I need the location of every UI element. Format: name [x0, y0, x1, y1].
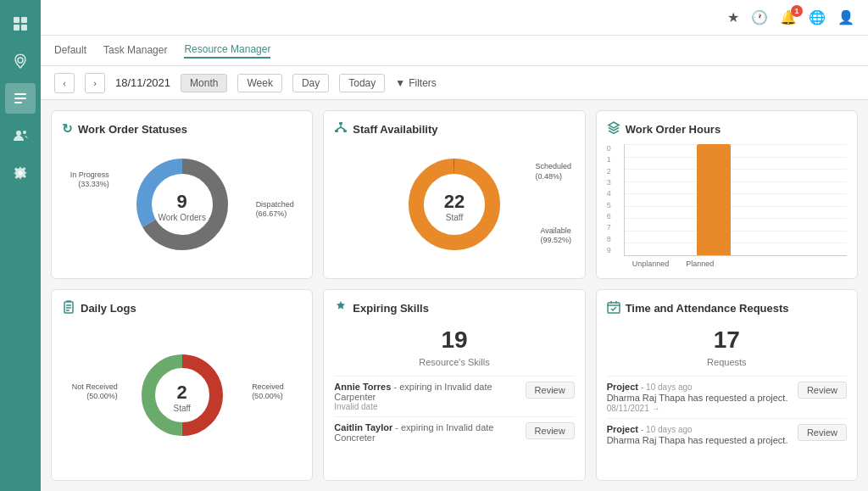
date-label: 18/11/2021	[115, 76, 170, 89]
bar-chart: 9876543210	[607, 144, 847, 268]
sidebar	[0, 0, 41, 491]
star-icon[interactable]: ★	[727, 9, 739, 25]
user-icon[interactable]: 👤	[837, 9, 854, 25]
notification-badge: 1	[791, 5, 803, 17]
work-order-hours-title: Work Order Hours	[607, 121, 847, 137]
dashboard: ↻ Work Order Statuses In Progress(33.33%…	[41, 100, 868, 491]
not-received-legend: Not Received(50.00%)	[72, 382, 118, 401]
daily-logs-title: Daily Logs	[62, 300, 302, 316]
next-button[interactable]: ›	[85, 73, 105, 93]
skill-item-2: Caitlin Taylor - expiring in Invalid dat…	[334, 416, 574, 448]
tab-task-manager[interactable]: Task Manager	[103, 44, 167, 58]
daily-logs-chart: Not Received(50.00%) 2 Staff Recei	[62, 323, 302, 470]
request-item-1: Project - 10 days ago Dharma Raj Thapa h…	[607, 376, 847, 418]
work-order-statuses-title: ↻ Work Order Statuses	[62, 121, 302, 137]
time-attendance-title: Time and Attendance Requests	[607, 300, 847, 316]
topbar-icons: ★ 🕐 🔔 1 🌐 👤	[727, 9, 854, 25]
layers-icon	[607, 121, 620, 137]
clock-icon[interactable]: 🕐	[751, 9, 768, 25]
skills-count: 19 Resource's Skills	[334, 326, 574, 369]
planned-label: Planned	[683, 259, 717, 268]
filter-label: Filters	[409, 77, 437, 89]
svg-rect-13	[339, 122, 342, 125]
svg-line-17	[337, 127, 341, 130]
clipboard-icon	[62, 300, 75, 316]
svg-point-8	[16, 131, 21, 136]
request-item-2: Project - 10 days ago Dharma Raj Thapa h…	[607, 418, 847, 451]
tab-resource-manager[interactable]: Resource Manager	[184, 43, 270, 59]
topbar: ★ 🕐 🔔 1 🌐 👤	[41, 0, 868, 36]
refresh-icon: ↻	[62, 121, 73, 137]
staff-availability-card: Staff Availability Scheduled(0.48%)	[323, 110, 585, 279]
review-request-1-button[interactable]: Review	[798, 382, 847, 399]
scheduled-legend: Scheduled(0.48%)	[535, 162, 571, 181]
globe-icon[interactable]: 🌐	[809, 9, 826, 25]
calendar-check-icon	[607, 300, 620, 316]
staff-availability-chart: Scheduled(0.48%) 22 Staff	[334, 144, 574, 268]
daily-logs-donut: 2 Staff	[136, 349, 229, 445]
work-order-statuses-card: ↻ Work Order Statuses In Progress(33.33%…	[51, 110, 313, 279]
svg-rect-7	[14, 102, 22, 103]
svg-rect-6	[14, 98, 26, 99]
svg-rect-2	[14, 25, 19, 31]
main-content: ★ 🕐 🔔 1 🌐 👤 Default Task Manager Resourc…	[41, 0, 868, 491]
work-order-donut: 9 Work Orders	[131, 153, 233, 259]
review-request-2-button[interactable]: Review	[798, 424, 847, 441]
svg-rect-0	[14, 17, 19, 23]
svg-rect-5	[14, 93, 26, 95]
y-axis: 9876543210	[607, 144, 620, 268]
svg-rect-3	[21, 25, 27, 31]
daily-logs-card: Daily Logs Not Received(50.00%) 2 S	[51, 289, 313, 481]
svg-point-19	[416, 166, 492, 243]
filters-button[interactable]: ▼ Filters	[395, 77, 437, 89]
month-button[interactable]: Month	[181, 74, 227, 92]
sidebar-icon-grid[interactable]	[5, 8, 36, 39]
week-button[interactable]: Week	[237, 74, 281, 92]
sidebar-icon-tasks[interactable]	[5, 83, 36, 114]
in-progress-legend: In Progress(33.33%)	[70, 170, 109, 189]
svg-rect-14	[335, 130, 338, 132]
svg-rect-1	[21, 17, 27, 23]
bell-icon[interactable]: 🔔 1	[780, 9, 797, 25]
svg-rect-27	[608, 303, 620, 313]
skill-item-1: Annie Torres - expiring in Invalid date …	[334, 376, 574, 416]
work-order-statuses-chart: In Progress(33.33%) 9 Work Orders	[62, 143, 302, 268]
review-skill-1-button[interactable]: Review	[526, 382, 575, 399]
unplanned-label: Unplanned	[632, 259, 666, 268]
filter-icon: ▼	[395, 77, 405, 89]
work-order-hours-card: Work Order Hours 9876543210	[596, 110, 858, 279]
svg-point-4	[18, 58, 23, 63]
sidebar-icon-map[interactable]	[5, 46, 36, 76]
tabs-bar: Default Task Manager Resource Manager	[41, 36, 868, 66]
request-count: 17 Requests	[607, 326, 847, 369]
skills-icon	[334, 300, 348, 316]
received-legend: Received(50.00%)	[252, 382, 284, 401]
svg-line-18	[341, 127, 345, 130]
time-attendance-card: Time and Attendance Requests 17 Requests…	[596, 289, 858, 481]
review-skill-2-button[interactable]: Review	[526, 422, 575, 439]
prev-button[interactable]: ‹	[54, 73, 75, 93]
sidebar-icon-users[interactable]	[5, 120, 36, 151]
svg-point-9	[23, 131, 26, 134]
available-legend: Available(99.52%)	[540, 226, 571, 245]
tab-default[interactable]: Default	[54, 44, 86, 58]
svg-rect-15	[343, 130, 347, 132]
expiring-skills-title: Expiring Skills	[334, 300, 574, 316]
staff-availability-title: Staff Availability	[334, 121, 574, 137]
day-button[interactable]: Day	[292, 74, 329, 92]
toolbar: ‹ › 18/11/2021 Month Week Day Today ▼ Fi…	[41, 66, 868, 100]
expiring-skills-card: Expiring Skills 19 Resource's Skills Ann…	[323, 289, 585, 481]
staff-donut: 22 Staff	[403, 153, 505, 259]
sidebar-icon-settings[interactable]	[5, 158, 36, 188]
org-icon	[334, 121, 348, 137]
today-button[interactable]: Today	[339, 74, 385, 92]
dispatched-legend: Dispatched(66.67%)	[256, 200, 294, 219]
